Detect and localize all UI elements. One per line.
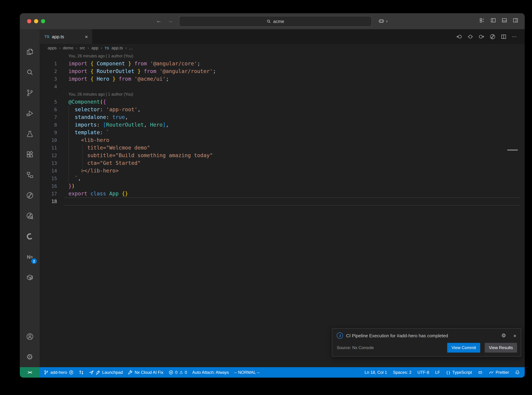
line-number[interactable]: 5 — [40, 99, 57, 105]
status-cursor-position[interactable]: Ln 18, Col 1 — [365, 370, 387, 375]
previous-change-icon[interactable] — [456, 33, 462, 39]
code-line[interactable]: 3import { Hero } from '@acme/ui'; — [40, 75, 525, 83]
copilot-icon — [378, 18, 385, 24]
more-actions-icon[interactable]: ⋯ — [512, 34, 517, 39]
toggle-panel-icon[interactable] — [501, 17, 507, 23]
activity-explorer[interactable] — [20, 41, 40, 62]
code-line[interactable]: 10 <lib-hero — [40, 136, 525, 144]
status-launchpad[interactable]: Launchpad — [89, 370, 123, 375]
status-nx-cloud-ai-fix[interactable]: Nx Cloud AI Fix — [128, 370, 163, 375]
minimize-window-button[interactable] — [34, 19, 38, 23]
close-tab-icon[interactable]: × — [85, 34, 88, 39]
maximize-window-button[interactable] — [41, 19, 45, 23]
line-number[interactable]: 8 — [40, 122, 57, 128]
activity-edge-browser[interactable] — [20, 226, 40, 247]
gitlens-graph-icon[interactable] — [490, 33, 495, 39]
code-line[interactable]: 17export class App {} — [40, 190, 525, 198]
code-line[interactable]: 13 cta="Get Started" — [40, 159, 525, 167]
status-language-mode[interactable]: {} TypeScript — [446, 370, 472, 375]
status-copilot[interactable] — [478, 370, 483, 375]
line-number[interactable]: 7 — [40, 114, 57, 120]
code-line[interactable]: 6 selector: 'app-root', — [40, 106, 525, 113]
breadcrumb-item-file[interactable]: app.ts — [112, 46, 123, 50]
line-number[interactable]: 3 — [40, 76, 57, 82]
line-number[interactable]: 15 — [40, 176, 57, 181]
code-line[interactable]: 11 title="Welcmoe demo" — [40, 144, 525, 152]
code-text: <lib-hero — [57, 137, 109, 143]
line-number[interactable]: 6 — [40, 107, 57, 112]
notification-settings-icon[interactable]: ⚙ — [501, 332, 506, 339]
activity-containers[interactable] — [20, 267, 40, 288]
status-problems[interactable]: 0 ⚠ 0 — [168, 370, 187, 375]
code-line[interactable]: 8 imports: [RouterOutlet, Hero], — [40, 121, 525, 129]
status-branch[interactable]: add-hero — [44, 370, 74, 375]
breadcrumb-separator-icon: › — [88, 46, 89, 50]
breadcrumb-item[interactable]: apps — [48, 46, 57, 50]
status-notifications[interactable] — [515, 370, 520, 375]
close-window-button[interactable] — [27, 19, 31, 23]
activity-project-graph[interactable] — [20, 165, 40, 185]
next-change-icon[interactable] — [478, 33, 484, 39]
split-editor-icon[interactable] — [501, 33, 507, 39]
tab-app-ts[interactable]: TS app.ts × — [40, 29, 92, 44]
remote-indicator[interactable]: >< — [20, 367, 40, 378]
code-line[interactable]: 15 `, — [40, 175, 525, 182]
line-number[interactable]: 2 — [40, 68, 57, 74]
view-commit-button[interactable]: View Commit — [447, 343, 480, 353]
code-line[interactable]: 14 ></lib-hero> — [40, 167, 525, 175]
code-line[interactable]: 4 — [40, 83, 525, 90]
activity-testing[interactable] — [20, 123, 40, 144]
activity-nx-console[interactable]: N> 2 — [20, 247, 40, 267]
status-encoding[interactable]: UTF-8 — [417, 370, 429, 375]
status-eol[interactable]: LF — [435, 370, 440, 375]
title-bar[interactable]: ← → acme ∨ — [20, 13, 525, 29]
code-line[interactable]: 2import { RouterOutlet } from '@angular/… — [40, 67, 525, 75]
accounts-button[interactable] — [20, 326, 40, 347]
line-number[interactable]: 16 — [40, 183, 57, 189]
manage-button[interactable]: ⚙ — [20, 347, 40, 367]
copilot-menu[interactable]: ∨ — [378, 18, 388, 24]
breadcrumb-tail[interactable]: ... — [129, 46, 133, 50]
status-formatter[interactable]: ✓✓ Prettier — [489, 370, 509, 375]
status-vim-mode[interactable]: -- NORMAL -- — [234, 370, 260, 375]
activity-source-control[interactable] — [20, 82, 40, 103]
history-forward-button[interactable]: → — [167, 17, 173, 25]
line-number[interactable]: 12 — [40, 153, 57, 158]
breadcrumb-item[interactable]: app — [91, 46, 98, 50]
current-change-icon[interactable] — [467, 33, 473, 39]
status-auto-attach[interactable]: Auto Attach: Always — [192, 370, 229, 375]
code-line[interactable]: 9 template: ` — [40, 129, 525, 136]
line-number[interactable]: 11 — [40, 145, 57, 151]
toggle-primary-sidebar-icon[interactable] — [490, 17, 496, 23]
line-number[interactable]: 1 — [40, 61, 57, 66]
line-number[interactable]: 17 — [40, 191, 57, 197]
activity-gitlens-inspect[interactable] — [20, 205, 40, 226]
breadcrumb-item[interactable]: src — [80, 46, 85, 50]
code-line[interactable]: 7 standalone: true, — [40, 113, 525, 121]
activity-search[interactable] — [20, 62, 40, 82]
command-center-search[interactable]: acme — [179, 16, 372, 27]
code-editor[interactable]: You, 26 minutes ago | 1 author (You)1imp… — [40, 52, 525, 367]
notification-close-icon[interactable]: × — [513, 333, 516, 339]
breadcrumb-item[interactable]: demo — [63, 46, 73, 50]
line-number[interactable]: 13 — [40, 160, 57, 166]
activity-run-debug[interactable] — [20, 103, 40, 123]
line-number[interactable]: 14 — [40, 168, 57, 174]
line-number[interactable]: 10 — [40, 137, 57, 143]
view-results-button[interactable]: View Results — [485, 343, 517, 353]
status-compare[interactable] — [79, 370, 84, 375]
activity-gitlens[interactable] — [20, 185, 40, 205]
customize-layout-icon[interactable] — [479, 17, 485, 23]
breadcrumb[interactable]: apps›demo›src›app›TSapp.ts›... — [40, 44, 525, 52]
code-line[interactable]: 1import { Component } from '@angular/cor… — [40, 60, 525, 67]
code-line[interactable]: 16}) — [40, 182, 525, 190]
activity-extensions[interactable] — [20, 144, 40, 165]
history-back-button[interactable]: ← — [156, 17, 161, 25]
toggle-secondary-sidebar-icon[interactable] — [513, 17, 518, 23]
line-number[interactable]: 4 — [40, 84, 57, 89]
line-number[interactable]: 9 — [40, 130, 57, 135]
code-line[interactable]: 12 subtitle="Build something amazing tod… — [40, 152, 525, 159]
code-line[interactable]: 5@Component({ — [40, 98, 525, 106]
status-indentation[interactable]: Spaces: 2 — [393, 370, 412, 375]
line-number[interactable]: 18 — [40, 198, 57, 204]
